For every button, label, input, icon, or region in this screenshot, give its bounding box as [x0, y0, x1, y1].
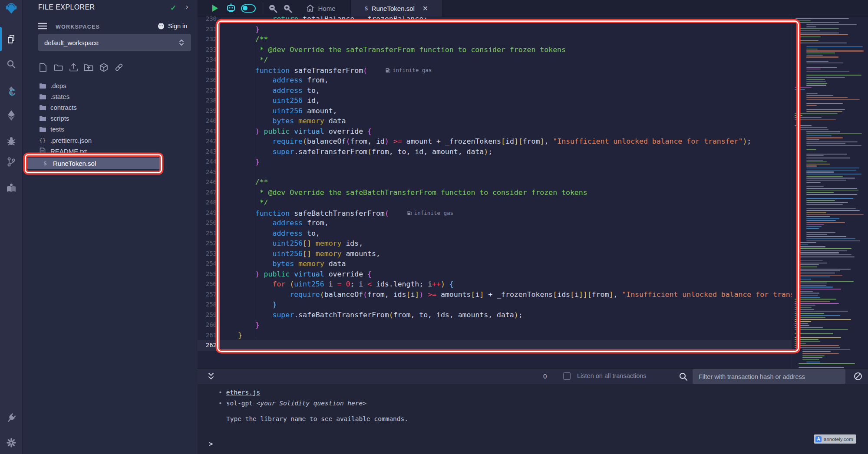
line-number[interactable]: 261 — [198, 330, 217, 341]
code-text: /** — [238, 34, 268, 45]
upload-file-icon[interactable] — [69, 63, 78, 72]
code-text: ) public virtual override { — [238, 126, 372, 137]
code-line-245: 245 — [198, 167, 792, 178]
active-plugin-indicator — [0, 27, 2, 51]
code-line-253: 253 uint256[] memory amounts, — [198, 249, 792, 259]
line-number[interactable]: 243 — [198, 147, 217, 157]
terminal-prompt[interactable]: > — [209, 440, 213, 448]
tree-item-runetoken-sol[interactable]: SRuneToken.sol — [27, 158, 159, 169]
learneth-icon[interactable] — [5, 182, 17, 194]
divider — [263, 3, 263, 14]
clear-console-icon[interactable] — [854, 372, 862, 380]
tree-item-readme-txt[interactable]: README.txt — [23, 146, 198, 157]
cube-icon[interactable] — [99, 63, 109, 72]
tree-item-label: RuneToken.sol — [53, 160, 96, 167]
line-number[interactable]: 251 — [198, 228, 217, 239]
run-script-button[interactable] — [210, 0, 220, 16]
collapse-terminal-icon[interactable] — [208, 372, 215, 381]
line-number[interactable]: 259 — [198, 310, 217, 320]
workspace-select[interactable]: default_workspace — [38, 34, 191, 51]
tree-item--states[interactable]: .states — [23, 91, 198, 102]
line-number[interactable]: 262 — [198, 340, 217, 351]
line-number[interactable]: 246 — [198, 177, 217, 188]
line-number[interactable]: 240 — [198, 116, 217, 126]
settings-gear-icon[interactable] — [5, 437, 17, 449]
line-number[interactable]: 260 — [198, 320, 217, 330]
line-number[interactable]: 247 — [198, 188, 217, 198]
listen-label[interactable]: Listen on all transactions — [577, 372, 647, 379]
confirm-check-icon[interactable]: ✓ — [170, 3, 176, 13]
tab-home[interactable]: Home — [297, 0, 345, 16]
tree-item--prettierrc-json[interactable]: {}.prettierrc.json — [23, 135, 198, 146]
line-number[interactable]: 234 — [198, 55, 217, 65]
collapse-panel-icon[interactable]: › — [186, 3, 188, 11]
remix-logo-icon[interactable] — [5, 3, 17, 15]
line-number[interactable]: 253 — [198, 249, 217, 259]
code-line-255: 255 ) public virtual override { — [198, 269, 792, 280]
line-number[interactable]: 230 — [198, 16, 217, 24]
line-number[interactable]: 239 — [198, 106, 217, 116]
line-number[interactable]: 257 — [198, 290, 217, 300]
terminal-search-icon[interactable] — [679, 372, 688, 382]
terminal-output[interactable]: •ethers.js•sol-gpt <your Solidity questi… — [198, 384, 868, 454]
line-number[interactable]: 236 — [198, 75, 217, 86]
listen-checkbox[interactable] — [563, 372, 571, 380]
code-text: require(balanceOf(from, id) >= amount + … — [238, 136, 751, 147]
upload-folder-icon[interactable] — [84, 63, 93, 72]
line-number[interactable]: 255 — [198, 269, 217, 280]
code-text: bytes memory data — [238, 116, 346, 126]
ai-toggle-on[interactable] — [240, 0, 257, 16]
sign-in-button[interactable]: Sign in — [157, 22, 187, 30]
line-number[interactable]: 233 — [198, 45, 217, 55]
tree-item-label: contracts — [50, 104, 77, 111]
workspaces-menu-icon[interactable] — [38, 23, 47, 30]
line-number[interactable]: 237 — [198, 86, 217, 96]
line-number[interactable]: 250 — [198, 218, 217, 228]
git-icon[interactable] — [5, 156, 17, 168]
search-icon[interactable] — [5, 58, 17, 70]
code-line-254: 254 bytes memory data — [198, 259, 792, 269]
line-number[interactable]: 249 — [198, 208, 217, 218]
tab-runetoken[interactable]: S RuneToken.sol ✕ — [350, 0, 442, 16]
terminal-list-item: •ethers.js — [218, 389, 260, 396]
solidity-compiler-icon[interactable] — [5, 86, 17, 98]
line-number[interactable]: 248 — [198, 197, 217, 208]
create-folder-icon[interactable] — [53, 63, 63, 72]
tree-item--deps[interactable]: .deps — [23, 80, 198, 91]
line-number[interactable]: 242 — [198, 136, 217, 147]
deploy-run-icon[interactable] — [5, 109, 17, 122]
folder-icon — [38, 115, 47, 122]
code-text: } — [238, 24, 260, 35]
zoom-in-icon[interactable] — [281, 0, 294, 16]
debugger-icon[interactable] — [5, 135, 17, 147]
tree-item-contracts[interactable]: contracts — [23, 102, 198, 113]
transaction-filter-input[interactable] — [693, 369, 845, 384]
ai-assistant-icon[interactable] — [224, 0, 238, 16]
code-editor[interactable]: 230 return totalBalance - frozenBalance;… — [198, 16, 868, 368]
close-tab-icon[interactable]: ✕ — [422, 4, 428, 13]
line-number[interactable]: 258 — [198, 299, 217, 310]
line-number[interactable]: 241 — [198, 126, 217, 137]
code-text: function safeBatchTransferFrom(infinite … — [238, 208, 453, 218]
remix-ide: FILE EXPLORER ✓ › WORKSPACES Sign in def… — [0, 0, 868, 454]
create-file-icon[interactable] — [38, 63, 48, 72]
file-explorer-icon[interactable] — [5, 33, 17, 45]
line-number[interactable]: 232 — [198, 34, 217, 45]
zoom-out-icon[interactable] — [266, 0, 279, 16]
ethers-link[interactable]: ethers.js — [226, 389, 261, 396]
tree-item-label: scripts — [50, 115, 69, 122]
tree-item-scripts[interactable]: scripts — [23, 113, 198, 124]
line-number[interactable]: 252 — [198, 238, 217, 249]
line-number[interactable]: 245 — [198, 167, 217, 178]
line-number[interactable]: 244 — [198, 157, 217, 167]
line-number[interactable]: 235 — [198, 65, 217, 76]
line-number[interactable]: 254 — [198, 259, 217, 269]
line-number[interactable]: 231 — [198, 24, 217, 35]
line-number[interactable]: 256 — [198, 279, 217, 290]
minimap[interactable] — [792, 16, 868, 368]
plugin-manager-icon[interactable] — [5, 412, 17, 424]
tree-item-tests[interactable]: tests — [23, 124, 198, 135]
folder-icon — [38, 83, 47, 89]
link-icon[interactable] — [114, 63, 124, 72]
line-number[interactable]: 238 — [198, 95, 217, 106]
